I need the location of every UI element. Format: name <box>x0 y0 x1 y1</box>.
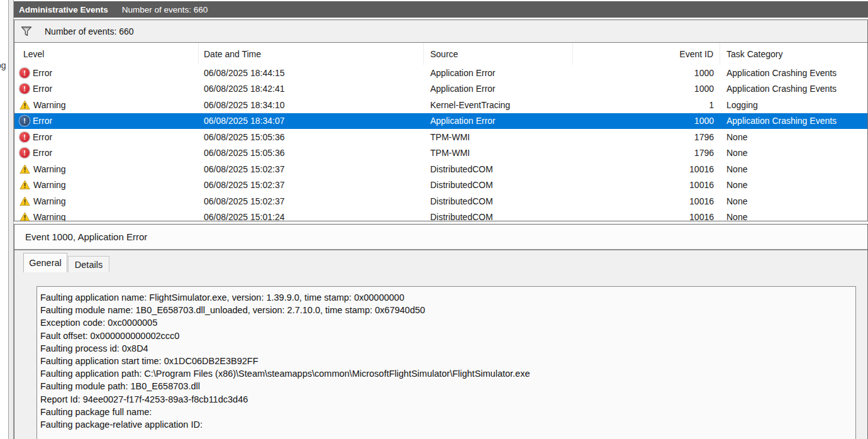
date-cell: 06/08/2025 18:42:41 <box>199 81 424 97</box>
level-label: Error <box>33 68 52 78</box>
error-icon: ! <box>19 132 30 142</box>
level-cell: !Error <box>14 113 199 130</box>
table-row[interactable]: !Error06/08/2025 18:34:07Application Err… <box>14 113 867 130</box>
task-category-cell: Logging <box>720 97 867 113</box>
table-row[interactable]: !Warning06/08/2025 15:02:37DistributedCO… <box>14 161 867 177</box>
warning-icon: ! <box>19 212 30 221</box>
detail-tab-strip: GeneralDetails <box>14 250 867 272</box>
event-log-line: Report Id: 94ee0027-f17f-4253-89a3-f8cb1… <box>40 393 850 406</box>
task-category-cell: Application Crashing Events <box>720 113 867 130</box>
table-row[interactable]: !Error06/08/2025 15:05:36TPM-WMI1796None <box>14 145 867 162</box>
event-detail-panel: Event 1000, Application Error GeneralDet… <box>14 224 868 439</box>
event-log-line: Faulting module name: 1B0_E658703.dll_un… <box>40 304 850 316</box>
error-icon: ! <box>19 116 30 126</box>
date-cell: 06/08/2025 15:02:37 <box>199 161 424 177</box>
event-log-line: Faulting application name: FlightSimulat… <box>40 291 850 304</box>
level-label: Warning <box>33 164 66 174</box>
error-icon: ! <box>19 68 30 78</box>
date-cell: 06/08/2025 15:01:24 <box>199 209 424 221</box>
event-log-line: Faulting package-relative application ID… <box>40 418 850 431</box>
event-viewer-window: og Administrative Events Number of event… <box>0 0 868 439</box>
event-id-cell: 1000 <box>573 65 720 81</box>
column-header-event-id[interactable]: Event ID <box>573 43 720 65</box>
level-cell: !Warning <box>14 97 199 113</box>
task-category-cell: None <box>720 177 867 194</box>
error-icon: ! <box>19 84 30 94</box>
filter-funnel-icon <box>21 26 32 36</box>
table-row[interactable]: !Error06/08/2025 15:05:36TPM-WMI1796None <box>14 129 867 145</box>
event-id-cell: 10016 <box>573 161 720 177</box>
level-label: Error <box>33 84 52 94</box>
level-label: Warning <box>33 100 66 110</box>
level-label: Warning <box>33 212 66 221</box>
table-row[interactable]: !Warning06/08/2025 15:02:37DistributedCO… <box>14 177 867 194</box>
event-log-line: Faulting package full name: <box>40 406 850 418</box>
task-category-cell: Application Crashing Events <box>720 65 867 81</box>
event-id-cell: 1000 <box>573 113 720 130</box>
source-cell: DistributedCOM <box>424 177 573 194</box>
filter-event-count: Number of events: 660 <box>45 26 134 36</box>
clipped-tree-label: og <box>0 60 6 70</box>
level-label: Error <box>33 148 52 158</box>
task-category-cell: None <box>720 129 867 145</box>
event-log-line: Faulting application path: C:\Program Fi… <box>40 367 850 380</box>
event-log-line: Faulting module path: 1B0_E658703.dll <box>40 380 850 392</box>
task-category-cell: None <box>720 209 867 221</box>
source-cell: Kernel-EventTracing <box>424 97 573 113</box>
event-log-line: Faulting application start time: 0x1DC06… <box>40 355 850 367</box>
table-row[interactable]: !Warning06/08/2025 18:34:10Kernel-EventT… <box>14 97 867 113</box>
event-id-cell: 1 <box>573 97 720 113</box>
event-id-cell: 1796 <box>573 129 720 145</box>
filter-bar: Number of events: 660 <box>14 20 867 43</box>
source-cell: Application Error <box>424 81 573 97</box>
date-cell: 06/08/2025 15:05:36 <box>199 145 424 162</box>
view-title-bar: Administrative Events Number of events: … <box>14 1 868 18</box>
view-title: Administrative Events <box>19 5 108 14</box>
tab-details[interactable]: Details <box>68 256 109 272</box>
level-cell: !Warning <box>14 193 199 209</box>
level-label: Error <box>33 116 52 126</box>
table-row[interactable]: !Warning06/08/2025 15:02:37DistributedCO… <box>14 193 867 209</box>
source-cell: TPM-WMI <box>424 145 573 162</box>
tab-general[interactable]: General <box>23 253 67 272</box>
source-cell: DistributedCOM <box>424 193 573 209</box>
column-header-task-category[interactable]: Task Category <box>720 43 867 65</box>
level-cell: !Warning <box>14 161 199 177</box>
events-table-body: !Error06/08/2025 18:44:15Application Err… <box>14 65 867 221</box>
event-id-cell: 10016 <box>573 209 720 221</box>
view-event-count: Number of events: 660 <box>122 5 208 14</box>
task-category-cell: None <box>720 193 867 209</box>
pane-splitter[interactable] <box>8 0 14 439</box>
column-header-level[interactable]: Level <box>14 43 199 65</box>
level-cell: !Warning <box>14 209 199 221</box>
warning-icon: ! <box>19 196 30 206</box>
table-row[interactable]: !Warning06/08/2025 15:01:24DistributedCO… <box>14 209 867 221</box>
date-cell: 06/08/2025 15:02:37 <box>199 193 424 209</box>
svg-text:!: ! <box>24 102 26 109</box>
level-cell: !Error <box>14 145 199 162</box>
date-cell: 06/08/2025 15:05:36 <box>199 129 424 145</box>
date-cell: 06/08/2025 18:34:07 <box>199 113 424 130</box>
event-id-cell: 10016 <box>573 177 720 194</box>
table-row[interactable]: !Error06/08/2025 18:42:41Application Err… <box>14 81 867 97</box>
source-cell: DistributedCOM <box>424 161 573 177</box>
table-row[interactable]: !Error06/08/2025 18:44:15Application Err… <box>14 65 867 81</box>
event-general-textbox[interactable]: Faulting application name: FlightSimulat… <box>36 286 856 439</box>
warning-icon: ! <box>19 180 30 190</box>
svg-text:!: ! <box>24 214 26 221</box>
warning-icon: ! <box>19 100 30 110</box>
source-cell: Application Error <box>424 65 573 81</box>
event-log-line: Faulting process id: 0x8D4 <box>40 342 850 355</box>
table-header: Level Date and Time Source Event ID Task… <box>14 43 867 65</box>
level-cell: !Warning <box>14 177 199 194</box>
date-cell: 06/08/2025 18:44:15 <box>199 65 424 81</box>
warning-icon: ! <box>19 164 30 174</box>
event-detail-title: Event 1000, Application Error <box>14 225 867 249</box>
level-cell: !Error <box>14 65 199 81</box>
main-pane: Administrative Events Number of events: … <box>14 0 868 439</box>
column-header-date-and-time[interactable]: Date and Time <box>199 43 424 65</box>
date-cell: 06/08/2025 18:34:10 <box>199 97 424 113</box>
events-list-panel: Number of events: 660 Level Date and Tim… <box>14 19 868 221</box>
task-category-cell: Application Crashing Events <box>720 81 867 97</box>
column-header-source[interactable]: Source <box>424 43 573 65</box>
